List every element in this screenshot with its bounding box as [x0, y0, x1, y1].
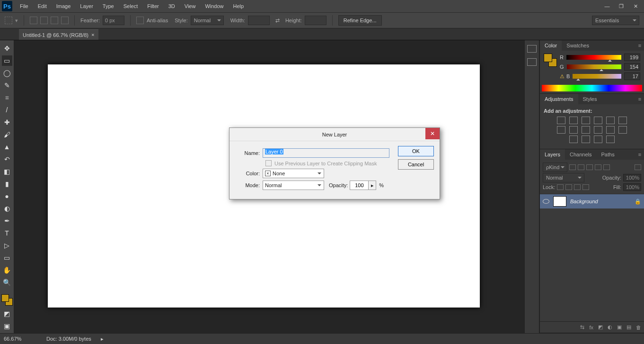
eyedropper-tool-icon[interactable]: /	[2, 105, 12, 115]
tab-styles[interactable]: Styles	[578, 94, 602, 104]
lock-position-icon[interactable]	[574, 184, 581, 190]
menu-select[interactable]: Select	[119, 0, 143, 12]
hand-tool-icon[interactable]: ✋	[2, 265, 12, 275]
g-input[interactable]	[624, 63, 640, 71]
status-flyout-icon[interactable]: ▸	[101, 336, 104, 342]
new-layer-icon[interactable]: ▤	[626, 324, 631, 330]
menu-edit[interactable]: Edit	[33, 0, 52, 12]
intersect-selection-icon[interactable]	[61, 17, 69, 24]
color-lookup-icon[interactable]	[606, 126, 615, 134]
channel-mixer-icon[interactable]	[594, 126, 602, 134]
doc-size-label[interactable]: Doc: 3.00M/0 bytes	[46, 336, 91, 342]
delete-layer-icon[interactable]: 🗑	[636, 325, 641, 330]
menu-view[interactable]: View	[180, 0, 201, 12]
filter-pixel-icon[interactable]	[569, 164, 576, 170]
menu-type[interactable]: Type	[98, 0, 119, 12]
close-button[interactable]: ✕	[629, 2, 642, 10]
link-layers-icon[interactable]: ⇆	[580, 324, 584, 330]
ok-button[interactable]: OK	[398, 146, 434, 156]
layer-row[interactable]: Background 🔒	[540, 194, 644, 208]
tab-channels[interactable]: Channels	[565, 149, 596, 160]
menu-layer[interactable]: Layer	[75, 0, 98, 12]
crop-tool-icon[interactable]: ⌗	[2, 92, 12, 103]
path-select-tool-icon[interactable]: ▷	[2, 240, 12, 251]
name-input[interactable]: Layer 0	[263, 148, 389, 158]
lasso-tool-icon[interactable]: ◯	[2, 68, 12, 78]
healing-tool-icon[interactable]: ✚	[2, 117, 12, 127]
gradient-map-icon[interactable]	[594, 136, 602, 143]
menu-filter[interactable]: Filter	[142, 0, 163, 12]
tab-adjustments[interactable]: Adjustments	[540, 94, 578, 104]
quick-select-tool-icon[interactable]: ✎	[2, 80, 12, 91]
b-slider[interactable]	[573, 74, 621, 79]
exposure-icon[interactable]	[594, 117, 602, 124]
properties-panel-icon[interactable]	[527, 58, 537, 66]
document-tab-close-icon[interactable]: ×	[91, 32, 95, 38]
new-selection-icon[interactable]	[30, 17, 37, 24]
panel-menu-icon[interactable]: ≡	[635, 96, 644, 102]
levels-icon[interactable]	[569, 117, 578, 124]
history-brush-tool-icon[interactable]: ↶	[2, 154, 12, 164]
maximize-button[interactable]: ❐	[615, 2, 628, 10]
gradient-tool-icon[interactable]: ▮	[2, 179, 12, 189]
opacity-input[interactable]	[350, 181, 369, 190]
filter-type-icon[interactable]	[586, 164, 593, 170]
blur-tool-icon[interactable]: ●	[2, 191, 12, 201]
zoom-level[interactable]: 66.67%	[4, 336, 37, 342]
tab-paths[interactable]: Paths	[597, 149, 619, 160]
b-input[interactable]	[624, 72, 640, 80]
g-slider[interactable]	[567, 64, 621, 69]
refine-edge-button[interactable]: Refine Edge...	[338, 15, 382, 26]
eraser-tool-icon[interactable]: ◧	[2, 166, 12, 177]
menu-3d[interactable]: 3D	[164, 0, 180, 12]
type-tool-icon[interactable]: T	[2, 228, 12, 238]
curves-icon[interactable]	[582, 117, 590, 124]
panel-color-swatch[interactable]	[544, 54, 557, 67]
document-tab[interactable]: Untitled-1 @ 66.7% (RGB/8) ×	[19, 29, 98, 40]
foreground-color-swatch[interactable]	[1, 294, 9, 302]
dodge-tool-icon[interactable]: ◐	[2, 203, 12, 214]
tab-swatches[interactable]: Swatches	[562, 40, 594, 51]
color-swatch[interactable]	[1, 294, 13, 306]
cancel-button[interactable]: Cancel	[398, 159, 434, 170]
menu-window[interactable]: Window	[200, 0, 228, 12]
tab-layers[interactable]: Layers	[540, 149, 565, 160]
invert-icon[interactable]	[618, 126, 627, 134]
layer-fx-icon[interactable]: fx	[589, 325, 593, 330]
lock-transparency-icon[interactable]	[557, 184, 564, 190]
menu-file[interactable]: File	[15, 0, 33, 12]
history-panel-icon[interactable]	[527, 45, 537, 53]
tool-preset-icon[interactable]	[5, 17, 12, 24]
layer-name[interactable]: Background	[570, 199, 598, 204]
bw-icon[interactable]	[569, 126, 578, 134]
fill-input[interactable]	[623, 183, 641, 191]
r-slider[interactable]	[566, 55, 621, 60]
r-input[interactable]	[624, 54, 640, 61]
selective-color-icon[interactable]	[606, 136, 615, 143]
add-selection-icon[interactable]	[40, 17, 48, 24]
lock-all-icon[interactable]	[582, 184, 589, 190]
dialog-titlebar[interactable]: New Layer ✕	[229, 128, 440, 141]
photo-filter-icon[interactable]	[582, 126, 590, 134]
feather-input[interactable]	[103, 16, 124, 25]
new-group-icon[interactable]: ▣	[617, 324, 622, 330]
zoom-tool-icon[interactable]: 🔍	[2, 277, 12, 288]
panel-menu-icon[interactable]: ≡	[635, 152, 644, 157]
layer-thumbnail[interactable]	[553, 196, 566, 207]
lock-pixels-icon[interactable]	[565, 184, 572, 190]
filter-adjust-icon[interactable]	[578, 164, 584, 170]
blend-mode-dropdown[interactable]: Normal	[543, 173, 584, 182]
tab-color[interactable]: Color	[540, 40, 562, 51]
brush-tool-icon[interactable]: 🖌	[2, 129, 12, 140]
dialog-close-button[interactable]: ✕	[425, 128, 440, 139]
filter-toggle-icon[interactable]	[635, 164, 641, 170]
filter-smart-icon[interactable]	[603, 164, 610, 170]
layer-opacity-input[interactable]	[623, 174, 641, 181]
panel-menu-icon[interactable]: ≡	[635, 43, 644, 48]
color-ramp[interactable]	[542, 85, 642, 91]
style-dropdown[interactable]: Normal	[191, 16, 224, 25]
pen-tool-icon[interactable]: ✒	[2, 216, 12, 226]
color-dropdown[interactable]: × None	[263, 169, 324, 178]
menu-image[interactable]: Image	[52, 0, 76, 12]
layer-mask-icon[interactable]: ◩	[598, 324, 603, 330]
